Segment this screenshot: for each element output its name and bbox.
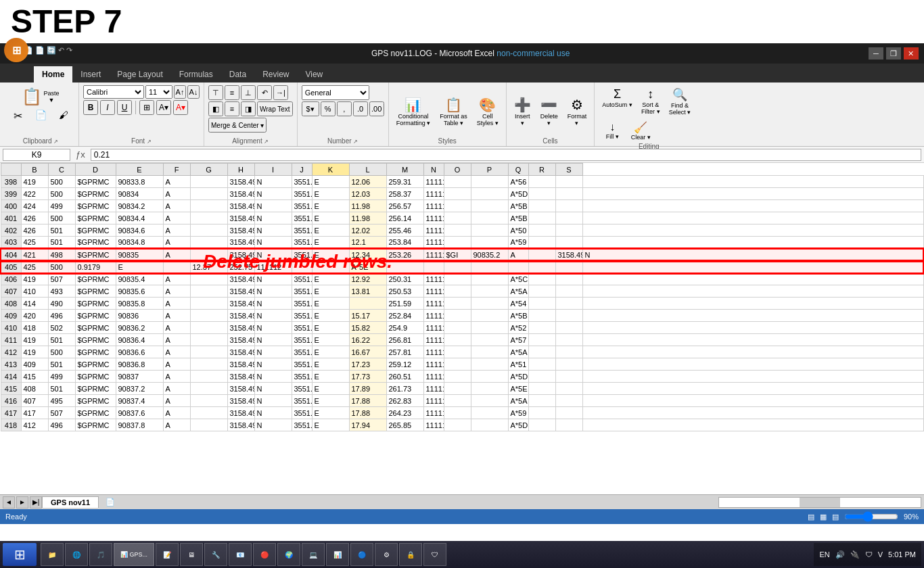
table-cell[interactable]: 90836.6 (116, 346, 163, 358)
table-cell[interactable]: E (312, 188, 349, 200)
table-cell[interactable]: 507 (48, 407, 75, 419)
table-cell[interactable] (471, 419, 508, 431)
table-cell[interactable] (582, 395, 923, 407)
table-cell[interactable] (190, 237, 227, 249)
table-cell[interactable]: 418 (21, 322, 48, 334)
taskbar-explorer[interactable]: 📁 (41, 543, 64, 566)
table-cell[interactable]: N (254, 212, 292, 224)
table-cell[interactable]: 3158.49 (227, 334, 254, 346)
table-cell[interactable]: 502 (48, 322, 75, 334)
wrap-text-button[interactable]: Wrap Text (257, 101, 293, 116)
table-cell[interactable]: 422 (21, 188, 48, 200)
format-cells-button[interactable]: ⚙Format▾ (564, 95, 591, 128)
table-cell[interactable]: 498 (48, 249, 75, 261)
table-cell[interactable]: 12.03 (349, 188, 386, 200)
table-cell[interactable] (528, 200, 555, 212)
name-box[interactable] (3, 149, 70, 161)
table-cell[interactable]: 3551.92 (292, 200, 312, 212)
table-cell[interactable] (471, 188, 508, 200)
table-cell[interactable] (386, 261, 423, 273)
table-cell[interactable] (471, 176, 508, 188)
table-cell[interactable] (444, 419, 471, 431)
align-right-button[interactable]: ◨ (241, 101, 256, 116)
table-cell[interactable]: $GI (444, 249, 471, 261)
table-cell[interactable]: A*5B (508, 212, 528, 224)
table-cell[interactable]: 90837.4 (116, 395, 163, 407)
table-cell[interactable]: A (163, 249, 190, 261)
underline-button[interactable]: U (117, 100, 132, 115)
table-cell[interactable]: A (163, 407, 190, 419)
table-cell[interactable] (163, 261, 190, 273)
table-cell[interactable] (471, 383, 508, 395)
table-cell[interactable]: 111112 (423, 188, 444, 200)
table-cell[interactable] (190, 176, 227, 188)
table-cell[interactable]: $GPRMC (75, 419, 116, 431)
table-cell[interactable]: 3551.92 (292, 224, 312, 237)
table-cell[interactable]: A*52 (508, 322, 528, 334)
table-cell[interactable] (555, 212, 582, 224)
tab-insert[interactable]: Insert (72, 66, 109, 82)
indent-button[interactable]: →| (273, 85, 288, 100)
table-cell[interactable]: N (582, 249, 923, 261)
table-cell[interactable]: E (312, 310, 349, 322)
table-cell[interactable] (444, 200, 471, 212)
table-cell[interactable]: E (312, 237, 349, 249)
format-as-table-button[interactable]: 📋Format asTable ▾ (436, 95, 471, 128)
table-cell[interactable] (190, 212, 227, 224)
fill-button[interactable]: ↓Fill ▾ (599, 119, 626, 143)
table-cell[interactable] (190, 395, 227, 407)
table-cell[interactable]: 111112 (423, 310, 444, 322)
table-cell[interactable]: 90837.6 (116, 407, 163, 419)
sort-filter-button[interactable]: ↕Sort &Filter ▾ (637, 85, 664, 118)
text-direction-button[interactable]: ↶ (257, 85, 272, 100)
table-cell[interactable]: 3551.91 (292, 371, 312, 383)
table-cell[interactable]: 111112 (423, 224, 444, 237)
table-cell[interactable]: 90836.8 (116, 358, 163, 371)
table-cell[interactable] (528, 188, 555, 200)
table-cell[interactable] (582, 188, 923, 200)
table-cell[interactable]: A*5D (508, 371, 528, 383)
table-cell[interactable]: 3551.91 (292, 383, 312, 395)
table-cell[interactable] (190, 358, 227, 371)
table-cell[interactable]: $GPRMC (75, 273, 116, 285)
table-row[interactable]: 407410493$GPRMC90835.6A3158.49N3551.92E1… (1, 285, 923, 298)
table-cell[interactable]: 111112 (423, 237, 444, 249)
table-cell[interactable]: 501 (48, 237, 75, 249)
taskbar-app7[interactable]: 📊 (326, 543, 349, 566)
row-number[interactable]: 417 (1, 407, 21, 419)
comma-button[interactable]: , (337, 101, 352, 116)
zoom-slider[interactable] (844, 512, 898, 521)
decrease-decimal-button[interactable]: .00 (369, 101, 384, 116)
sheet-tab-nav-right[interactable]: ► (16, 496, 28, 508)
table-cell[interactable]: 11.98 (349, 212, 386, 224)
row-number[interactable]: 415 (1, 383, 21, 395)
align-bottom-button[interactable]: ⊥ (241, 85, 256, 100)
table-row[interactable]: 415408501$GPRMC90837.2A3158.49N3551.91E1… (1, 383, 923, 395)
col-header-g[interactable]: G (190, 164, 227, 176)
table-cell[interactable] (528, 237, 555, 249)
table-cell[interactable]: 3551.9 (292, 419, 312, 431)
table-cell[interactable]: 3158.49 (227, 285, 254, 298)
row-number[interactable]: 404 (1, 249, 21, 261)
table-cell[interactable]: 111112 (423, 383, 444, 395)
row-number[interactable]: 400 (1, 200, 21, 212)
row-number[interactable]: 416 (1, 395, 21, 407)
table-cell[interactable]: A*5A (508, 346, 528, 358)
table-cell[interactable]: 90836.2 (116, 322, 163, 334)
row-number[interactable]: 411 (1, 334, 21, 346)
row-number[interactable]: 409 (1, 310, 21, 322)
table-cell[interactable]: 3158.49 (227, 358, 254, 371)
office-button[interactable]: ⊞ (4, 38, 28, 62)
table-cell[interactable]: 3551.92 (292, 285, 312, 298)
cell-styles-button[interactable]: 🎨CellStyles ▾ (473, 95, 502, 128)
table-cell[interactable]: 90834.8 (116, 237, 163, 249)
table-cell[interactable]: 265.85 (386, 419, 423, 431)
table-cell[interactable] (444, 407, 471, 419)
table-cell[interactable]: A (163, 224, 190, 237)
col-header-h[interactable]: H (227, 164, 254, 176)
col-header-j[interactable]: J (292, 164, 312, 176)
table-cell[interactable]: N (254, 200, 292, 212)
table-cell[interactable] (444, 273, 471, 285)
table-cell[interactable] (555, 334, 582, 346)
close-button[interactable]: ✕ (904, 47, 919, 60)
